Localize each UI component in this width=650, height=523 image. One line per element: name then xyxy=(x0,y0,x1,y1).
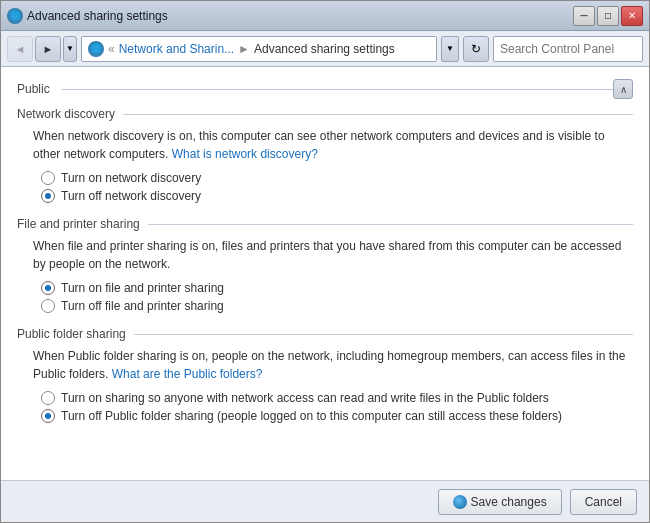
network-discovery-radio-group: Turn on network discovery Turn off netwo… xyxy=(41,171,633,203)
public-folder-radio-group: Turn on sharing so anyone with network a… xyxy=(41,391,633,423)
section-header: Public ∧ xyxy=(17,79,633,99)
scrollable-content[interactable]: Public ∧ Network discovery When network … xyxy=(1,67,649,480)
public-folder-sharing-line xyxy=(134,334,633,335)
network-discovery-header: Network discovery xyxy=(17,107,633,121)
file-printer-radio-group: Turn on file and printer sharing Turn of… xyxy=(41,281,633,313)
network-discovery-line xyxy=(123,114,633,115)
radio-turn-on-sharing[interactable]: Turn on file and printer sharing xyxy=(41,281,633,295)
file-printer-sharing-description: When file and printer sharing is on, fil… xyxy=(33,237,633,273)
save-icon xyxy=(453,495,467,509)
radio-turn-on-folder-sharing-circle[interactable] xyxy=(41,391,55,405)
bottom-bar: Save changes Cancel xyxy=(1,480,649,522)
section-divider-line xyxy=(62,89,613,90)
file-printer-sharing-line xyxy=(148,224,633,225)
network-discovery-subsection: Network discovery When network discovery… xyxy=(17,107,633,203)
radio-turn-on-sharing-label: Turn on file and printer sharing xyxy=(61,281,224,295)
radio-turn-off-discovery[interactable]: Turn off network discovery xyxy=(41,189,633,203)
public-section-title: Public xyxy=(17,82,58,96)
title-bar-left: 🌐 Advanced sharing settings xyxy=(7,8,168,24)
public-folder-sharing-title: Public folder sharing xyxy=(17,327,134,341)
radio-turn-off-folder-sharing[interactable]: Turn off Public folder sharing (people l… xyxy=(41,409,633,423)
radio-turn-off-sharing[interactable]: Turn off file and printer sharing xyxy=(41,299,633,313)
main-window: 🌐 Advanced sharing settings ─ □ ✕ ◄ ► ▼ … xyxy=(0,0,650,523)
main-area: Public ∧ Network discovery When network … xyxy=(1,67,649,522)
minimize-button[interactable]: ─ xyxy=(573,6,595,26)
radio-turn-off-sharing-label: Turn off file and printer sharing xyxy=(61,299,224,313)
breadcrumb-globe-icon: 🌐 xyxy=(88,41,104,57)
file-printer-sharing-title: File and printer sharing xyxy=(17,217,148,231)
nav-buttons: ◄ ► ▼ xyxy=(7,36,77,62)
radio-turn-off-folder-sharing-label: Turn off Public folder sharing (people l… xyxy=(61,409,562,423)
public-folder-sharing-subsection: Public folder sharing When Public folder… xyxy=(17,327,633,423)
title-bar: 🌐 Advanced sharing settings ─ □ ✕ xyxy=(1,1,649,31)
forward-button[interactable]: ► xyxy=(35,36,61,62)
breadcrumb-bar: 🌐 « Network and Sharin... ► Advanced sha… xyxy=(81,36,437,62)
cancel-button[interactable]: Cancel xyxy=(570,489,637,515)
breadcrumb-dropdown-button[interactable]: ▼ xyxy=(441,36,459,62)
file-printer-sharing-subsection: File and printer sharing When file and p… xyxy=(17,217,633,313)
breadcrumb-arrow: ► xyxy=(238,42,250,56)
radio-turn-off-discovery-label: Turn off network discovery xyxy=(61,189,201,203)
radio-turn-off-folder-sharing-circle[interactable] xyxy=(41,409,55,423)
public-folders-link[interactable]: What are the Public folders? xyxy=(112,367,263,381)
search-box: 🔍 xyxy=(493,36,643,62)
network-discovery-description: When network discovery is on, this compu… xyxy=(33,127,633,163)
breadcrumb-sep1: « xyxy=(108,42,115,56)
window-controls: ─ □ ✕ xyxy=(573,6,643,26)
public-folder-sharing-description: When Public folder sharing is on, people… xyxy=(33,347,633,383)
refresh-button[interactable]: ↻ xyxy=(463,36,489,62)
radio-turn-on-folder-sharing-label: Turn on sharing so anyone with network a… xyxy=(61,391,549,405)
collapse-button[interactable]: ∧ xyxy=(613,79,633,99)
content-pane: Public ∧ Network discovery When network … xyxy=(1,67,649,522)
public-section: Public ∧ Network discovery When network … xyxy=(17,79,633,423)
nav-dropdown-button[interactable]: ▼ xyxy=(63,36,77,62)
save-label: Save changes xyxy=(471,495,547,509)
close-button[interactable]: ✕ xyxy=(621,6,643,26)
maximize-button[interactable]: □ xyxy=(597,6,619,26)
radio-turn-on-discovery[interactable]: Turn on network discovery xyxy=(41,171,633,185)
network-discovery-title: Network discovery xyxy=(17,107,123,121)
search-input[interactable] xyxy=(494,42,650,56)
radio-turn-on-discovery-label: Turn on network discovery xyxy=(61,171,201,185)
radio-turn-off-sharing-circle[interactable] xyxy=(41,299,55,313)
radio-turn-off-discovery-circle[interactable] xyxy=(41,189,55,203)
breadcrumb-link[interactable]: Network and Sharin... xyxy=(119,42,234,56)
public-folder-sharing-header: Public folder sharing xyxy=(17,327,633,341)
radio-turn-on-sharing-circle[interactable] xyxy=(41,281,55,295)
window-icon: 🌐 xyxy=(7,8,23,24)
breadcrumb-current: Advanced sharing settings xyxy=(254,42,395,56)
save-changes-button[interactable]: Save changes xyxy=(438,489,562,515)
file-printer-sharing-header: File and printer sharing xyxy=(17,217,633,231)
network-discovery-link[interactable]: What is network discovery? xyxy=(172,147,318,161)
radio-turn-on-folder-sharing[interactable]: Turn on sharing so anyone with network a… xyxy=(41,391,633,405)
address-bar: ◄ ► ▼ 🌐 « Network and Sharin... ► Advanc… xyxy=(1,31,649,67)
back-button[interactable]: ◄ xyxy=(7,36,33,62)
radio-turn-on-discovery-circle[interactable] xyxy=(41,171,55,185)
window-title: Advanced sharing settings xyxy=(27,9,168,23)
